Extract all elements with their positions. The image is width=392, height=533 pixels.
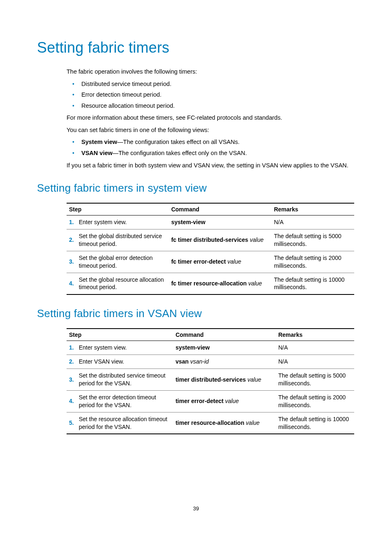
table-row: 4. Set the error detection timeout perio… bbox=[67, 390, 354, 412]
command-bold: timer error-detect bbox=[175, 398, 224, 404]
table-row: 3. Set the distributed service timeout p… bbox=[67, 369, 354, 391]
command-cell: timer error-detect value bbox=[173, 390, 276, 412]
command-arg: value bbox=[247, 376, 261, 383]
command-arg: value bbox=[228, 258, 241, 265]
list-item: Error detection timeout period. bbox=[67, 91, 355, 99]
view-name: VSAN view bbox=[81, 150, 113, 156]
step-number: 3. bbox=[67, 251, 76, 273]
command-arg: value bbox=[248, 280, 262, 287]
remarks-cell: N/A bbox=[276, 341, 354, 355]
command-bold: fc timer resource-allocation bbox=[171, 280, 247, 287]
remarks-cell: N/A bbox=[272, 216, 354, 229]
command-bold: system-view bbox=[175, 344, 210, 351]
command-cell: system-view bbox=[173, 341, 276, 355]
command-cell: fc timer distributed-services value bbox=[169, 229, 272, 251]
remarks-cell: The default setting is 10000 millisecond… bbox=[276, 412, 354, 434]
page-number: 39 bbox=[0, 505, 392, 512]
step-desc: Enter system view. bbox=[76, 341, 173, 355]
view-desc: —The configuration takes effect only on … bbox=[113, 150, 247, 156]
remarks-cell: The default setting is 2000 milliseconds… bbox=[272, 251, 354, 273]
table-row: 4. Set the global resource allocation ti… bbox=[67, 273, 354, 294]
command-cell: fc timer error-detect value bbox=[169, 251, 272, 273]
command-bold: fc timer distributed-services bbox=[171, 236, 249, 243]
step-number: 4. bbox=[67, 273, 76, 294]
step-desc: Set the global error detection timeout p… bbox=[76, 251, 169, 273]
step-number: 1. bbox=[67, 216, 76, 229]
command-bold: timer distributed-services bbox=[175, 376, 246, 383]
remarks-cell: N/A bbox=[276, 355, 354, 369]
section-heading-system-view: Setting fabric timers in system view bbox=[37, 182, 355, 195]
list-item: System view—The configuration takes effe… bbox=[67, 138, 355, 146]
step-desc: Enter VSAN view. bbox=[76, 355, 173, 369]
command-bold: timer resource-allocation bbox=[175, 419, 244, 426]
step-desc: Set the distributed service timeout peri… bbox=[76, 369, 173, 391]
step-desc: Enter system view. bbox=[76, 216, 169, 229]
command-cell: system-view bbox=[169, 216, 272, 229]
command-cell: vsan vsan-id bbox=[173, 355, 276, 369]
command-arg: value bbox=[250, 236, 263, 243]
step-desc: Set the error detection timeout period f… bbox=[76, 390, 173, 412]
table-header-row: Step Command Remarks bbox=[67, 203, 354, 216]
col-header-command: Command bbox=[169, 203, 272, 216]
system-view-table: Step Command Remarks 1. Enter system vie… bbox=[67, 203, 354, 295]
command-bold: vsan bbox=[175, 358, 189, 365]
step-number: 3. bbox=[67, 369, 76, 391]
list-item: Distributed service timeout period. bbox=[67, 80, 355, 88]
command-bold: system-view bbox=[171, 219, 205, 225]
list-item: VSAN view—The configuration takes effect… bbox=[67, 149, 355, 158]
remarks-cell: The default setting is 2000 milliseconds… bbox=[276, 390, 354, 412]
col-header-step: Step bbox=[67, 203, 169, 216]
table-row: 3. Set the global error detection timeou… bbox=[67, 251, 354, 273]
command-cell: fc timer resource-allocation value bbox=[169, 273, 272, 294]
view-name: System view bbox=[81, 139, 117, 145]
step-number: 2. bbox=[67, 229, 76, 251]
col-header-remarks: Remarks bbox=[272, 203, 354, 216]
remarks-cell: The default setting is 5000 milliseconds… bbox=[276, 369, 354, 391]
document-page: Setting fabric timers The fabric operati… bbox=[0, 0, 392, 533]
more-info-text: For more information about these timers,… bbox=[67, 114, 355, 122]
views-lead: You can set fabric timers in one of the … bbox=[67, 126, 355, 134]
table-row: 5. Set the resource allocation timeout p… bbox=[67, 412, 354, 434]
col-header-step: Step bbox=[67, 329, 173, 341]
step-desc: Set the global resource allocation timeo… bbox=[76, 273, 169, 294]
section-heading-vsan-view: Setting fabric timers in VSAN view bbox=[37, 307, 355, 320]
step-number: 2. bbox=[67, 355, 76, 369]
both-views-note: If you set a fabric timer in both system… bbox=[67, 162, 355, 170]
command-cell: timer distributed-services value bbox=[173, 369, 276, 391]
table-row: 2. Set the global distributed service ti… bbox=[67, 229, 354, 251]
command-bold: fc timer error-detect bbox=[171, 258, 226, 265]
list-item: Resource allocation timeout period. bbox=[67, 102, 355, 110]
step-desc: Set the resource allocation timeout peri… bbox=[76, 412, 173, 434]
command-arg: vsan-id bbox=[190, 358, 209, 365]
intro-block: The fabric operation involves the follow… bbox=[67, 68, 355, 169]
table-row: 2. Enter VSAN view. vsan vsan-id N/A bbox=[67, 355, 354, 369]
view-desc: —The configuration takes effect on all V… bbox=[117, 139, 240, 145]
command-arg: value bbox=[246, 419, 259, 426]
command-arg: value bbox=[225, 398, 239, 404]
table-row: 1. Enter system view. system-view N/A bbox=[67, 216, 354, 229]
remarks-cell: The default setting is 5000 milliseconds… bbox=[272, 229, 354, 251]
table-row: 1. Enter system view. system-view N/A bbox=[67, 341, 354, 355]
step-number: 5. bbox=[67, 412, 76, 434]
col-header-remarks: Remarks bbox=[276, 329, 354, 341]
command-cell: timer resource-allocation value bbox=[173, 412, 276, 434]
views-list: System view—The configuration takes effe… bbox=[67, 138, 355, 157]
page-title: Setting fabric timers bbox=[37, 39, 355, 56]
step-number: 4. bbox=[67, 390, 76, 412]
step-desc: Set the global distributed service timeo… bbox=[76, 229, 169, 251]
intro-lead: The fabric operation involves the follow… bbox=[67, 68, 355, 76]
step-number: 1. bbox=[67, 341, 76, 355]
timer-list: Distributed service timeout period. Erro… bbox=[67, 80, 355, 110]
table-header-row: Step Command Remarks bbox=[67, 329, 354, 341]
col-header-command: Command bbox=[173, 329, 276, 341]
vsan-view-table: Step Command Remarks 1. Enter system vie… bbox=[67, 328, 354, 434]
remarks-cell: The default setting is 10000 millisecond… bbox=[272, 273, 354, 294]
